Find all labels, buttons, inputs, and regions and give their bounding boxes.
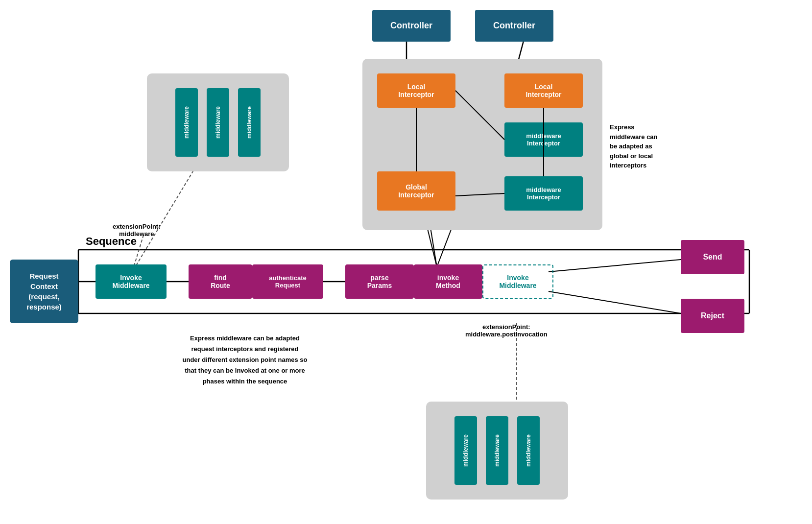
invoke-middleware-1-label: InvokeMiddleware [112, 274, 149, 289]
controller-2-box: Controller [475, 10, 553, 42]
middleware-vertical-5: middleware [486, 416, 508, 485]
bottom-annotation: Express middleware can be adapted reques… [122, 333, 367, 387]
middleware-vertical-2: middleware [207, 88, 229, 157]
middleware-label-6: middleware [525, 434, 532, 467]
middleware-vertical-4: middleware [454, 416, 477, 485]
parse-params-box: parseParams [345, 264, 414, 299]
send-box: Send [681, 240, 744, 274]
interceptors-group: LocalInterceptor LocalInterceptor middle… [362, 59, 602, 230]
middleware-vertical-6: middleware [517, 416, 540, 485]
controller-1-box: Controller [372, 10, 451, 42]
annotation-interceptors: Expressmiddleware canbe adapted asglobal… [610, 122, 708, 170]
reject-label: Reject [701, 311, 724, 320]
svg-line-6 [549, 260, 681, 272]
middleware-vertical-3: middleware [238, 88, 261, 157]
controller-2-label: Controller [493, 21, 535, 31]
top-middleware-group: middleware middleware middleware [147, 73, 289, 171]
svg-line-20 [132, 167, 196, 272]
svg-line-7 [549, 291, 681, 313]
invoke-middleware-2-label: InvokeMiddleware [499, 274, 536, 289]
send-label: Send [703, 253, 722, 262]
extension-point-middleware-label: extensionPoint:middleware [113, 223, 161, 238]
middleware-label-5: middleware [494, 434, 501, 467]
invoke-method-box: invokeMethod [414, 264, 482, 299]
svg-line-23 [455, 91, 504, 140]
request-context-box: RequestContext(request,response) [10, 260, 78, 323]
invoke-middleware-1-box: InvokeMiddleware [96, 264, 167, 299]
find-route-label: findRoute [211, 274, 230, 289]
request-context-label: RequestContext(request,response) [26, 271, 62, 312]
svg-line-26 [455, 193, 504, 196]
authenticate-request-box: authenticateRequest [252, 264, 323, 299]
reject-box: Reject [681, 299, 744, 333]
interceptor-lines [362, 59, 602, 230]
authenticate-request-label: authenticateRequest [269, 274, 307, 289]
middleware-label-1: middleware [183, 106, 190, 139]
invoke-method-label: invokeMethod [436, 274, 460, 289]
diagram-container: Sequence RequestContext(request,response… [0, 0, 812, 524]
controller-1-label: Controller [390, 21, 432, 31]
middleware-vertical-1: middleware [175, 88, 198, 157]
middleware-label-4: middleware [462, 434, 469, 467]
extension-point-post-label: extensionPoint:middleware.postInvocation [465, 323, 548, 338]
middleware-label-3: middleware [246, 106, 253, 139]
bottom-middleware-group: middleware middleware middleware [426, 402, 568, 500]
middleware-label-2: middleware [215, 106, 221, 139]
find-route-box: findRoute [189, 264, 252, 299]
invoke-middleware-2-box: InvokeMiddleware [482, 264, 553, 299]
parse-params-label: parseParams [367, 274, 392, 289]
